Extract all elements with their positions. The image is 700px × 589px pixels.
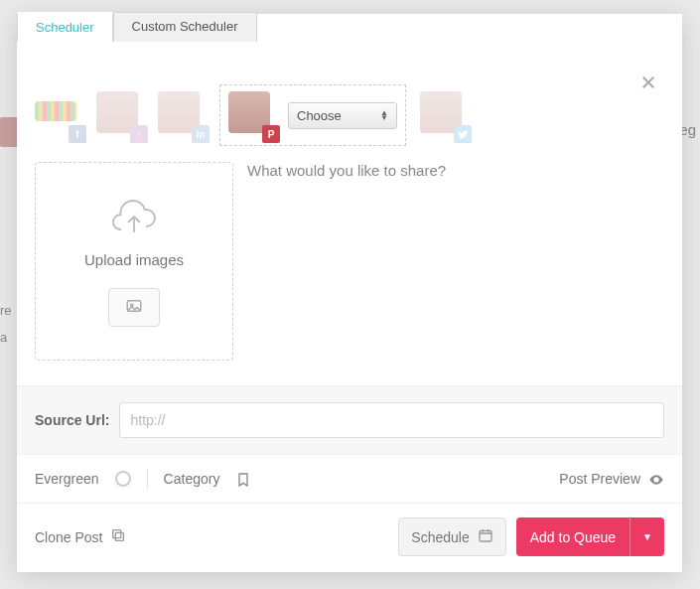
evergreen-toggle[interactable] (115, 471, 131, 487)
svg-rect-3 (116, 532, 124, 540)
upload-images-box[interactable]: Upload images (35, 162, 233, 361)
image-picker-button[interactable] (108, 288, 160, 327)
add-to-queue-dropdown[interactable]: ▼ (630, 517, 664, 556)
account-pinterest-group: P Choose ▲▼ (219, 84, 406, 146)
twitter-icon (454, 125, 472, 143)
schedule-button[interactable]: Schedule (398, 517, 505, 556)
source-url-label: Source Url: (35, 412, 109, 428)
add-to-queue-button[interactable]: Add to Queue (516, 517, 630, 556)
svg-rect-4 (113, 530, 121, 538)
account-avatar (35, 101, 76, 121)
svg-point-2 (655, 478, 658, 481)
schedule-button-label: Schedule (411, 529, 469, 545)
evergreen-label: Evergreen (35, 471, 99, 487)
instagram-icon: ◦ (130, 125, 148, 143)
account-selector-row: f ◦ in P Choose ▲▼ (17, 43, 682, 156)
options-row: Evergreen Category Post Preview (17, 454, 682, 503)
chevron-updown-icon: ▲▼ (380, 110, 388, 120)
account-twitter[interactable] (420, 91, 468, 139)
cloud-upload-icon (110, 197, 158, 239)
source-url-input[interactable] (119, 402, 664, 438)
account-instagram[interactable]: ◦ (96, 91, 144, 139)
image-icon (125, 297, 143, 315)
svg-rect-5 (480, 530, 491, 541)
source-url-row: Source Url: (17, 385, 682, 454)
bg-avatar (0, 117, 18, 147)
scheduler-modal: Scheduler Custom Scheduler f ◦ in P Choo… (17, 14, 682, 572)
add-to-queue-group: Add to Queue ▼ (516, 517, 664, 556)
copy-icon[interactable] (110, 527, 126, 546)
post-preview-label: Post Preview (559, 471, 640, 487)
facebook-icon: f (69, 125, 86, 143)
actions-row: Clone Post Schedule Add to Queue ▼ (17, 503, 682, 572)
linkedin-icon: in (192, 125, 210, 143)
account-pinterest[interactable]: P (228, 91, 276, 139)
clone-post-label: Clone Post (35, 529, 102, 545)
tab-bar: Scheduler Custom Scheduler (17, 13, 682, 43)
compose-body: Upload images What would you like to sha… (17, 156, 682, 385)
tab-scheduler[interactable]: Scheduler (17, 12, 113, 42)
separator (147, 469, 148, 489)
select-label: Choose (297, 108, 342, 123)
account-facebook[interactable]: f (35, 91, 82, 139)
upload-label: Upload images (84, 251, 184, 268)
close-icon[interactable] (639, 74, 657, 96)
account-linkedin[interactable]: in (158, 91, 206, 139)
bookmark-icon[interactable] (235, 470, 251, 487)
pinterest-board-select[interactable]: Choose ▲▼ (288, 102, 397, 129)
calendar-icon (478, 527, 493, 546)
category-label: Category (164, 471, 220, 487)
bg-left-frag: re a (0, 303, 12, 345)
pinterest-icon: P (262, 125, 280, 143)
compose-placeholder: What would you like to share? (247, 162, 446, 179)
compose-textarea[interactable]: What would you like to share? (247, 162, 664, 373)
eye-icon[interactable] (648, 470, 664, 487)
tab-custom-scheduler[interactable]: Custom Scheduler (113, 12, 257, 42)
